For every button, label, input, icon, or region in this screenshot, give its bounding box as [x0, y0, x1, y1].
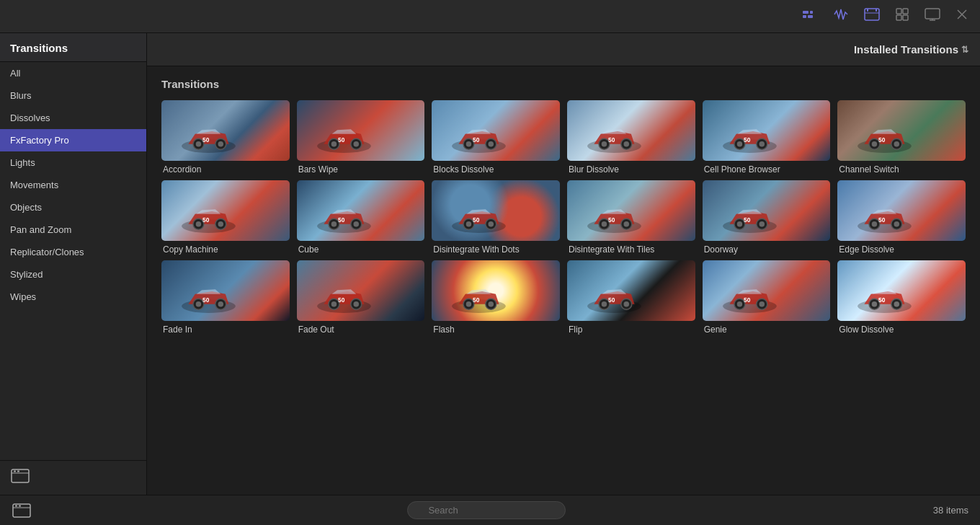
installed-transitions-label[interactable]: Installed Transitions ⇅: [854, 43, 968, 56]
svg-text:50: 50: [744, 216, 751, 224]
transition-thumbnail: 50: [432, 100, 560, 161]
transition-thumbnail: 50: [567, 100, 695, 161]
transition-item[interactable]: 50 Channel Switch: [837, 100, 966, 176]
transition-thumbnail: 50: [837, 180, 966, 241]
transition-thumbnail: 50: [161, 180, 290, 241]
svg-text:50: 50: [338, 296, 345, 303]
svg-text:50: 50: [608, 136, 615, 144]
transition-name: Disintegrate With Tiles: [567, 244, 695, 256]
transition-item[interactable]: 50 Glow Dissolve: [837, 260, 966, 336]
svg-point-97: [218, 301, 223, 306]
search-input[interactable]: [407, 501, 566, 519]
sidebar-items: AllBlursDissolvesFxFactory ProLightsMove…: [0, 62, 146, 308]
svg-point-35: [466, 141, 471, 146]
svg-point-77: [602, 221, 607, 226]
svg-point-23: [196, 141, 201, 146]
transition-name: Edge Dissolve: [837, 244, 966, 256]
svg-point-89: [872, 221, 877, 226]
svg-point-67: [353, 221, 358, 226]
transition-item[interactable]: 50 Flash: [432, 260, 560, 336]
transition-item[interactable]: 50 Copy Machine: [161, 180, 290, 256]
svg-point-103: [353, 301, 358, 306]
svg-point-125: [872, 301, 877, 306]
transition-thumbnail: 50: [161, 100, 290, 161]
transition-item[interactable]: 50 Fade Out: [297, 260, 425, 336]
svg-text:50: 50: [202, 216, 210, 224]
sidebar-item-dissolves[interactable]: Dissolves: [0, 107, 146, 129]
clip-icon[interactable]: [863, 6, 881, 26]
sidebar-item-stylized[interactable]: Stylized: [0, 263, 146, 286]
grid-view-icon[interactable]: [895, 7, 909, 25]
svg-point-109: [489, 301, 494, 306]
transition-name: Bars Wipe: [297, 164, 425, 176]
sidebar-item-replicator-clones[interactable]: Replicator/Clones: [0, 241, 146, 263]
transition-item[interactable]: 50 Flip: [567, 260, 695, 336]
transition-item[interactable]: 50 Fade In: [161, 260, 290, 336]
transition-item[interactable]: 50 Cell Phone Browser: [703, 100, 831, 176]
transition-thumbnail: 50: [837, 100, 966, 161]
svg-point-73: [489, 221, 494, 226]
transition-name: Accordion: [161, 164, 290, 176]
svg-text:50: 50: [608, 216, 615, 224]
transition-name: Glow Dissolve: [837, 325, 966, 336]
transition-name: Copy Machine: [161, 244, 290, 256]
panel-icon[interactable]: [12, 503, 32, 519]
transition-item[interactable]: 50 Cube: [297, 180, 425, 256]
svg-point-113: [602, 301, 607, 306]
transition-item[interactable]: 50 Bars Wipe: [297, 100, 425, 176]
transition-item[interactable]: 50 Blocks Dissolve: [432, 100, 560, 176]
sidebar-item-pan-and-zoom[interactable]: Pan and Zoom: [0, 219, 146, 241]
sidebar-item-fxfactory-pro[interactable]: FxFactory Pro: [0, 129, 146, 151]
section-title: Transitions: [161, 78, 966, 90]
close-icon[interactable]: [956, 8, 968, 25]
transition-item[interactable]: 50 Accordion: [161, 100, 290, 176]
svg-rect-2: [803, 15, 806, 18]
browser-icon[interactable]: [10, 468, 30, 488]
transition-thumbnail: 50: [837, 260, 966, 321]
sidebar-title: Transitions: [0, 33, 146, 62]
content-area: Installed Transitions ⇅ Transitions: [147, 33, 980, 495]
transition-thumbnail: 50: [567, 180, 695, 241]
transition-name: Fade Out: [297, 325, 425, 336]
sidebar-item-blurs[interactable]: Blurs: [0, 84, 146, 107]
sidebar-item-wipes[interactable]: Wipes: [0, 286, 146, 308]
transition-item[interactable]: 50 Disintegrate With Dots: [432, 180, 560, 256]
waveform-icon[interactable]: [833, 7, 849, 25]
monitor-icon[interactable]: [924, 7, 941, 25]
sidebar-item-objects[interactable]: Objects: [0, 196, 146, 219]
transition-thumbnail: 50: [703, 260, 831, 321]
svg-point-49: [759, 141, 764, 146]
search-wrapper: ⌕: [407, 501, 566, 519]
sort-arrows-icon[interactable]: ⇅: [961, 45, 968, 55]
svg-point-47: [736, 141, 741, 146]
svg-point-83: [736, 221, 741, 226]
svg-point-121: [759, 301, 764, 306]
transition-item[interactable]: 50 Blur Dissolve: [567, 100, 695, 176]
transition-name: Disintegrate With Dots: [432, 244, 560, 256]
svg-text:50: 50: [878, 216, 886, 224]
svg-point-61: [218, 221, 223, 226]
svg-point-91: [894, 221, 899, 226]
svg-rect-6: [876, 9, 877, 12]
transition-item[interactable]: 50 Doorway: [703, 180, 831, 256]
timeline-icon[interactable]: [801, 7, 819, 25]
header-text: Installed Transitions: [854, 43, 958, 56]
transition-item[interactable]: 50 Edge Dissolve: [837, 180, 966, 256]
sidebar-item-movements[interactable]: Movements: [0, 174, 146, 196]
svg-rect-10: [896, 15, 901, 20]
transition-name: Flip: [567, 325, 695, 336]
transition-item[interactable]: 50 Genie: [703, 260, 831, 336]
content-header: Installed Transitions ⇅: [147, 33, 980, 66]
svg-point-119: [736, 301, 741, 306]
svg-point-37: [489, 141, 494, 146]
sidebar-item-all[interactable]: All: [0, 62, 146, 84]
transition-name: Fade In: [161, 325, 290, 336]
svg-point-107: [466, 301, 471, 306]
transition-thumbnail: 50: [432, 260, 560, 321]
transition-item[interactable]: 50 Disintegrate With Tiles: [567, 180, 695, 256]
svg-text:50: 50: [338, 216, 345, 224]
transition-thumbnail: 50: [703, 100, 831, 161]
sidebar-item-lights[interactable]: Lights: [0, 151, 146, 174]
transition-thumbnail: 50: [161, 260, 290, 321]
svg-text:50: 50: [744, 136, 751, 144]
